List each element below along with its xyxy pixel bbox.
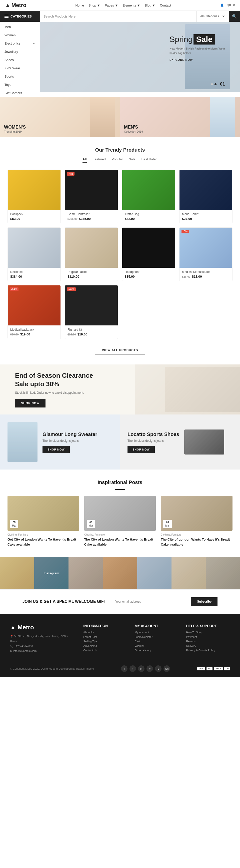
footer-link[interactable]: Delivery (186, 644, 230, 647)
social-pinterest-icon[interactable]: p (155, 665, 162, 672)
payment-visa: VISA (197, 667, 205, 671)
banner-men-sublabel: Collection 2019 (124, 130, 143, 133)
logo-icon: ▲ (5, 2, 10, 8)
clearance-title: End of Season ClearanceSale upto 30% (15, 371, 120, 389)
banner-women[interactable]: WOMEN'S Trending 2019 (0, 97, 120, 137)
banner-women-image (90, 97, 115, 137)
nav-home[interactable]: Home (75, 3, 84, 7)
product-info: Medical Kit backpack $28.00$18.00 (179, 268, 232, 281)
product-name: Regular Jacket (68, 270, 115, 274)
nav-shop[interactable]: Shop ▼ (89, 3, 100, 7)
sidebar-item-electronics[interactable]: Electronics ► (0, 39, 40, 48)
social-rss-icon[interactable]: rss (164, 665, 170, 672)
sidebar-item-kidswear[interactable]: Kid's Wear (0, 64, 40, 72)
category-select[interactable]: All Categories (197, 11, 226, 22)
product-price: $29.00$19.00 (10, 333, 58, 336)
footer-link[interactable]: About Us (83, 631, 127, 634)
sidebar-item-women[interactable]: Women (0, 31, 40, 39)
product-grid: Backpack $53.00 -4% Game Controller $395… (7, 169, 233, 339)
product-image (8, 170, 61, 210)
sidebar-item-sports[interactable]: Sports (0, 72, 40, 81)
social-linkedin-icon[interactable]: in (138, 665, 144, 672)
footer-link[interactable]: Selling Tips (83, 640, 127, 643)
blog-title[interactable]: The City of London Wants To Have it's Br… (84, 537, 156, 547)
banner-row: WOMEN'S Trending 2019 MEN'S Collection 2… (0, 97, 240, 137)
instagram-item[interactable] (69, 557, 103, 589)
blog-title[interactable]: Get City of London Wants To Have it's Br… (7, 537, 79, 547)
footer-link[interactable]: Privacy & Cookie Policy (186, 649, 230, 652)
sidebar-item-shoes[interactable]: Shoes (0, 56, 40, 64)
tab-all[interactable]: All (82, 157, 87, 163)
newsletter-input[interactable] (111, 597, 186, 606)
sidebar-item-jewellery[interactable]: Jewellery (0, 48, 40, 56)
hero-explore-btn[interactable]: EXPLORE NOW (170, 58, 225, 61)
sweater-shop-btn[interactable]: SHOP NOW (42, 446, 70, 453)
sidebar: Men Women Electronics ► Jewellery Shoes … (0, 22, 40, 97)
search-input[interactable] (43, 14, 197, 18)
blog-title[interactable]: The City of London Wants To Have it's Br… (161, 537, 233, 547)
instagram-item[interactable] (103, 557, 137, 589)
social-twitter-icon[interactable]: t (130, 665, 136, 672)
payment-pp: PP (224, 667, 230, 671)
nav-elements[interactable]: Elements ▼ (123, 3, 140, 7)
blog-category: Clothing, Furniture (7, 533, 79, 536)
footer-link[interactable]: Contact Us (83, 649, 127, 652)
footer-link[interactable]: Cart (135, 640, 179, 643)
social-facebook-icon[interactable]: f (121, 665, 128, 672)
newsletter-subscribe-btn[interactable]: Subscribe (191, 597, 217, 606)
nav-contact[interactable]: Contact (160, 3, 171, 7)
footer-link[interactable]: Advertising (83, 644, 127, 647)
search-button[interactable]: 🔍 (229, 11, 240, 22)
footer-link[interactable]: How To Shop (186, 631, 230, 634)
blog-image: 05 Mar (161, 496, 233, 531)
cart-btn[interactable]: $0.00 (228, 3, 235, 7)
blog-card: 05 Mar Clothing, Furniture The City of L… (161, 496, 233, 547)
newsletter-title: JOIN US & GET A SPECIAL WELCOME GIFT (23, 599, 106, 604)
product-price: $35.00 (125, 275, 172, 278)
footer-link[interactable]: Wishlist (135, 644, 179, 647)
sidebar-item-toys[interactable]: Toys (0, 81, 40, 89)
blog-date: 05 Mar (163, 520, 171, 528)
categories-button[interactable]: CATEGORIES (0, 11, 40, 22)
instagram-item[interactable] (206, 557, 240, 589)
nav-blog[interactable]: Blog ▼ (145, 3, 156, 7)
footer-link[interactable]: Latest Post (83, 636, 127, 639)
product-price: $310.00 (68, 275, 115, 278)
tab-featured[interactable]: Featured (93, 157, 106, 163)
user-icon[interactable]: 👤 (220, 3, 224, 7)
product-info: Medical backpack $29.00$19.00 (8, 326, 61, 339)
banner-men[interactable]: MEN'S Collection 2019 (120, 97, 240, 137)
instagram-item[interactable] (137, 557, 171, 589)
footer-link[interactable]: Payment (186, 636, 230, 639)
logo[interactable]: ▲ Metro (5, 2, 27, 8)
instagram-item[interactable] (0, 557, 34, 589)
sidebar-label: Men (4, 25, 11, 29)
tab-sale[interactable]: Sale (129, 157, 136, 163)
instagram-overlay (103, 557, 137, 589)
instagram-item[interactable]: Instagram (34, 557, 69, 589)
footer-link[interactable]: Returns (186, 640, 230, 643)
hero-dot-1[interactable] (211, 83, 213, 85)
product-card: Mens T-shirt $27.00 (179, 169, 233, 223)
product-card: Necklace $384.00 (7, 227, 61, 281)
sidebar-item-gift[interactable]: Gift Corners (0, 89, 40, 97)
tab-best-rated[interactable]: Best Rated (141, 157, 158, 163)
product-badge: -4% (67, 172, 74, 176)
view-all-button[interactable]: VIEW ALL PRODUCTS (95, 346, 145, 354)
product-card: Traffic Bag $42.00 (122, 169, 175, 223)
sidebar-item-men[interactable]: Men (0, 23, 40, 31)
product-image (8, 228, 61, 268)
instagram-item[interactable] (171, 557, 206, 589)
clearance-shop-btn[interactable]: SHOP NOW (15, 399, 45, 407)
tab-popular[interactable]: Popular (112, 157, 123, 163)
footer-link[interactable]: Order History (135, 649, 179, 652)
footer-link[interactable]: My Account (135, 631, 179, 634)
sweater-title: Glamour Long Sweater (42, 431, 97, 437)
hero-dot-2[interactable] (214, 83, 216, 85)
footer-link[interactable]: Login/Register (135, 636, 179, 639)
banner-men-image (210, 97, 235, 137)
social-youtube-icon[interactable]: y (146, 665, 153, 672)
shoes-shop-btn[interactable]: SHOP NOW (128, 446, 155, 453)
product-price: $395.00$375.00 (68, 217, 115, 221)
nav-pages[interactable]: Pages ▼ (105, 3, 118, 7)
